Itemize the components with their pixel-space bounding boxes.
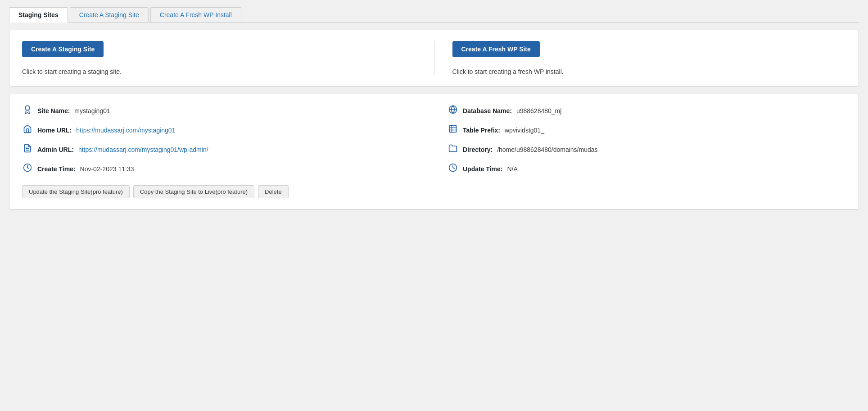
vertical-divider <box>434 41 434 75</box>
admin-icon <box>22 144 33 155</box>
home-url-link[interactable]: https://mudassarj.com/mystaging01 <box>76 127 175 134</box>
update-time-value: N/A <box>507 165 517 173</box>
tab-fresh-wp[interactable]: Create A Fresh WP Install <box>150 7 241 22</box>
home-url-row: Home URL: https://mudassarj.com/mystagin… <box>22 124 420 136</box>
content-area: Create A Staging Site Click to start cre… <box>9 23 859 224</box>
info-right-column: Database Name: u988628480_mj Table Prefi… <box>420 105 846 198</box>
update-time-row: Update Time: N/A <box>448 163 846 174</box>
site-name-value: mystaging01 <box>74 107 110 114</box>
fresh-wp-section: Create A Fresh WP Site Click to start cr… <box>452 41 846 75</box>
db-name-value: u988628480_mj <box>516 107 561 114</box>
admin-url-row: Admin URL: https://mudassarj.com/mystagi… <box>22 144 420 155</box>
create-staging-description: Click to start creating a staging site. <box>22 68 416 75</box>
svg-rect-6 <box>450 126 457 132</box>
site-name-row: Site Name: mystaging01 <box>22 105 420 116</box>
table-icon <box>448 124 458 136</box>
tabs-bar: Staging Sites Create A Staging Site Crea… <box>9 7 859 23</box>
tab-create-staging[interactable]: Create A Staging Site <box>70 7 149 22</box>
table-prefix-row: Table Prefix: wpvividstg01_ <box>448 124 846 136</box>
folder-icon <box>448 144 458 155</box>
db-name-row: Database Name: u988628480_mj <box>448 105 846 116</box>
tab-staging-sites[interactable]: Staging Sites <box>9 7 68 23</box>
home-url-label: Home URL: <box>37 127 72 134</box>
table-prefix-value: wpvividstg01_ <box>505 127 544 134</box>
page-wrapper: Staging Sites Create A Staging Site Crea… <box>0 0 868 231</box>
action-buttons: Update the Staging Site(pro feature) Cop… <box>22 185 420 198</box>
directory-value: /home/u988628480/domains/mudas <box>497 146 597 153</box>
delete-button[interactable]: Delete <box>258 185 289 198</box>
update-time-label: Update Time: <box>463 165 502 173</box>
admin-url-label: Admin URL: <box>37 146 74 153</box>
clock-icon <box>22 163 33 174</box>
update-staging-button[interactable]: Update the Staging Site(pro feature) <box>22 185 130 198</box>
create-staging-section: Create A Staging Site Click to start cre… <box>22 41 416 75</box>
create-time-value: Nov-02-2023 11:33 <box>80 165 134 173</box>
create-staging-button[interactable]: Create A Staging Site <box>22 41 104 57</box>
info-left-column: Site Name: mystaging01 Home URL: https:/… <box>22 105 420 198</box>
create-time-label: Create Time: <box>37 165 76 173</box>
directory-label: Directory: <box>463 146 493 153</box>
create-fresh-wp-button[interactable]: Create A Fresh WP Site <box>452 41 540 57</box>
site-name-label: Site Name: <box>37 107 70 114</box>
create-time-row: Create Time: Nov-02-2023 11:33 <box>22 163 420 174</box>
directory-row: Directory: /home/u988628480/domains/muda… <box>448 144 846 155</box>
buttons-card: Create A Staging Site Click to start cre… <box>9 30 859 87</box>
fresh-wp-description: Click to start creating a fresh WP insta… <box>452 68 846 75</box>
svg-point-0 <box>25 106 30 110</box>
update-clock-icon <box>448 163 458 174</box>
globe-icon <box>448 105 458 116</box>
admin-url-link[interactable]: https://mudassarj.com/mystaging01/wp-adm… <box>78 146 208 153</box>
copy-to-live-button[interactable]: Copy the Staging Site to Live(pro featur… <box>133 185 254 198</box>
info-card: Site Name: mystaging01 Home URL: https:/… <box>9 94 859 210</box>
award-icon <box>22 105 33 116</box>
table-prefix-label: Table Prefix: <box>463 127 500 134</box>
home-icon <box>22 124 33 136</box>
db-name-label: Database Name: <box>463 107 512 114</box>
